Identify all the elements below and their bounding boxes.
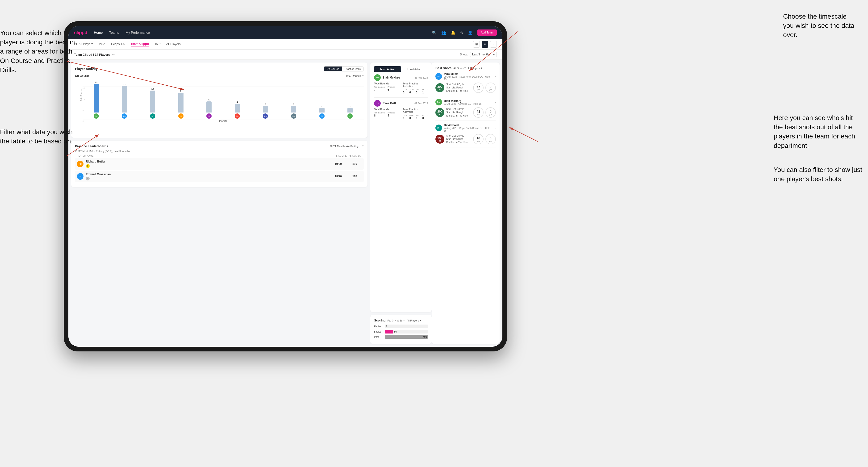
scoring-bar-fill-birdies [385,330,393,334]
shot-badge-1: 200 SG [435,83,444,92]
stat-group-activities: Total Practice Activities GTT 0 APP 0 [403,82,428,94]
list-view-btn[interactable]: ♥ [482,41,488,48]
shot-item-1: MM Matt Miller 09 Jun 2023 · Royal North… [435,72,496,96]
shot-stat-3a: 16 yds [473,134,484,144]
scoring-filter-2[interactable]: All Players▾ [407,319,421,322]
add-circle-icon[interactable]: ⊕ [460,30,463,35]
rank-badge-1: 1 [86,164,90,168]
top-nav: clippd Home Teams My Performance 🔍 👥 🔔 ⊕… [68,26,502,39]
grid-view-btn[interactable]: ⊞ [473,41,480,48]
chart-subtitle: On Course [75,74,89,77]
stat-col-arg-2: ARG 0 [416,114,421,120]
most-active-tab[interactable]: Most Active [374,66,401,72]
shot-stat-1b: 0 yds [486,83,496,93]
on-course-toggle[interactable]: On Course [324,66,342,71]
shot-chevron-2[interactable]: › [495,100,496,104]
sub-nav: PGAT Players PGA Hcaps 1-5 Team Clippd T… [68,39,502,50]
practice-leaderboards-card: Practice Leaderboards PUTT Must Make Put… [71,141,368,187]
bell-icon[interactable]: 🔔 [451,30,456,35]
scoring-title: Scoring [374,319,385,322]
leaderboard-filter[interactable]: PUTT Must Make Putting ... ▾ [330,145,364,148]
leaderboard-title: Practice Leaderboards [75,144,108,148]
scoring-bar-fill-eagles [385,324,385,328]
stat-col-tournament-2: Tournament 8 [374,112,385,117]
shot-badge-2: 200 SG [435,108,444,117]
show-select[interactable]: Last 3 months Last 6 months Last 12 mont… [470,52,497,57]
logo: clippd [74,30,87,35]
stat-col-tournament: Tournament 7 [374,86,385,92]
chart-filter[interactable]: Total Rounds ▾ [346,74,364,77]
stat-group-activities-2: Total Practice Activities GTT 0 APP 0 [403,108,428,120]
bar-3 [178,93,184,113]
shot-player-info-2: Blair McHarg 23 Jul 2023 · Ashridge GC ·… [444,99,482,105]
view-controls: ⊞ ♥ ≡ [473,41,497,48]
scoring-bar-fill-pars [385,335,428,339]
middle-panel: Most Active Least Active BM Blair McHarg… [370,60,432,347]
tab-team-clippd[interactable]: Team Clippd [131,42,149,46]
right-panel: Best Shots All Shots▾ All Players▾ MM [432,60,502,347]
shots-filter-1[interactable]: All Shots▾ [453,66,466,69]
scoring-filter-1[interactable]: Par 3, 4 & 5s▾ [387,319,405,322]
shot-data-row-3: 198 SG Shot Dist: 16 yds Start Lie: Roug… [435,134,496,144]
search-icon[interactable]: 🔍 [432,30,437,35]
add-team-button[interactable]: Add Team [477,30,497,36]
player-avatar-rees: RB [374,100,381,106]
tab-pgat-players[interactable]: PGAT Players [74,42,93,46]
shot-avatar-3: DF [435,125,442,131]
stat-col-gtt-2: GTT 0 [403,114,408,120]
scoring-card: Scoring Par 3, 4 & 5s▾ All Players▾ Eagl… [370,315,432,344]
annotation-filter-shots: You can also filter to show just one pla… [774,165,863,184]
player-info-1: Richard Butler 1 [86,160,329,168]
player-avatar-2: EC [77,173,84,180]
people-icon[interactable]: 👥 [441,30,446,35]
bar-4 [206,101,212,113]
main-content: Player Activity On Course Practice Drill… [68,60,502,347]
tab-all-players[interactable]: All Players [166,42,181,46]
most-active-card: Most Active Least Active BM Blair McHarg… [370,63,432,312]
tab-tour[interactable]: Tour [154,42,160,46]
shot-avatar-2: BM [435,99,442,105]
active-player-2: RB Rees Britt 02 Sep 2023 Total Rounds T… [374,100,428,123]
least-active-tab[interactable]: Least Active [401,66,428,72]
nav-teams[interactable]: Teams [109,31,119,34]
leaderboard-cols: PLAYER NAME PB SCORE PB AVG SQ [75,154,364,157]
bar-1 [122,86,127,113]
best-shots-title: Best Shots [435,66,452,70]
shot-info-2: Shot Dist: 43 yds Start Lie: Rough End L… [446,107,471,118]
shot-chevron-3[interactable]: › [495,126,496,130]
shot-chevron-1[interactable]: › [495,74,496,78]
stat-col-practice-2: Practice 4 [388,112,399,117]
scoring-bar-birdies: Birdies 96 [374,330,428,334]
annotation-top-right: Choose the timescale you wish to see the… [783,12,859,40]
edit-icon[interactable]: ✏ [112,53,115,56]
player-activity-title: Player Activity [75,67,98,71]
nav-my-performance[interactable]: My Performance [125,31,150,34]
svg-line-3 [509,127,538,142]
shot-item-3: DF David Ford 24 Aug 2023 · Royal North … [435,124,496,148]
annotation-best-shots: Here you can see who's hit the best shot… [774,113,863,150]
stat-cols-rounds: Tournament 7 Practice 6 [374,86,399,92]
shots-filter-2[interactable]: All Players▾ [468,66,483,69]
shot-player-row-1: MM Matt Miller 09 Jun 2023 · Royal North… [435,72,496,81]
annotation-top-left: You can select which player is doing the… [0,28,75,74]
shot-avatar-1: MM [435,73,442,80]
scoring-bar-pars: Pars 499 [374,335,428,339]
tab-hcaps[interactable]: Hcaps 1-5 [111,42,125,46]
stat-col-arg: ARG 0 [416,88,421,94]
nav-home[interactable]: Home [94,31,102,34]
shot-stat-2b: 0 yds [486,107,496,118]
team-header: Team Clippd | 14 Players ✏ Show: Last 3 … [68,50,502,60]
settings-view-btn[interactable]: ≡ [490,41,497,48]
shot-data-row-2: 200 SG Shot Dist: 43 yds Start Lie: Roug… [435,107,496,118]
account-icon[interactable]: 👤 [468,30,473,35]
tablet-frame: clippd Home Teams My Performance 🔍 👥 🔔 ⊕… [64,21,507,351]
scoring-bar-eagles: Eagles 3 [374,324,428,328]
y-axis-label: Total Rounds [80,89,82,101]
best-shots-header: Best Shots All Shots▾ All Players▾ [435,66,496,70]
stat-group-rounds: Total Rounds Tournament 7 Practice 6 [374,82,399,94]
stat-col-putt-2: PUTT 0 [423,114,428,120]
best-shots-card: Best Shots All Shots▾ All Players▾ MM [432,63,500,344]
practice-drills-toggle[interactable]: Practice Drills [342,66,364,71]
tab-pga[interactable]: PGA [99,42,105,46]
active-player-header-1: BM Blair McHarg 26 Aug 2023 [374,74,428,81]
